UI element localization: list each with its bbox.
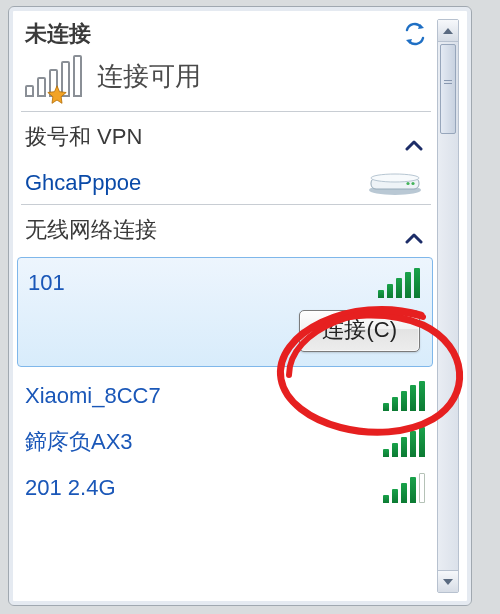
main-panel: 未连接 连接可用 <box>15 13 437 599</box>
svg-point-5 <box>371 174 419 182</box>
dial-item-label: GhcaPppoe <box>25 170 141 196</box>
wifi-network-list: 101 连接(C) Xiaomi_8CC7 <box>15 255 437 511</box>
wifi-ssid-label: 101 <box>28 270 65 296</box>
wifi-item-201-2-4g[interactable]: 201 2.4G <box>15 465 437 511</box>
wifi-signal-icon <box>383 381 423 411</box>
signal-available-icon <box>25 55 83 97</box>
wifi-signal-icon <box>383 427 423 457</box>
wifi-item-101[interactable]: 101 连接(C) <box>17 257 433 367</box>
chevron-up-icon <box>405 224 423 236</box>
section-title-wifi: 无线网络连接 <box>25 215 157 245</box>
vertical-scrollbar[interactable] <box>437 19 459 593</box>
wifi-signal-icon <box>378 268 418 298</box>
wifi-item-xiaomi-8cc7[interactable]: Xiaomi_8CC7 <box>15 373 437 419</box>
section-title-dial-vpn: 拨号和 VPN <box>25 122 142 152</box>
chevron-up-icon <box>405 131 423 143</box>
scroll-thumb[interactable] <box>440 44 456 134</box>
refresh-icon[interactable] <box>403 22 427 46</box>
svg-point-6 <box>411 182 414 185</box>
wifi-ssid-label: Xiaomi_8CC7 <box>25 383 161 409</box>
wifi-ssid-label: 鍗庝负AX3 <box>25 427 133 457</box>
section-header-dial-vpn[interactable]: 拨号和 VPN <box>15 112 437 162</box>
scroll-down-button[interactable] <box>438 570 458 592</box>
network-flyout-window: 未连接 连接可用 <box>8 6 472 606</box>
dial-item-ghcapppoe[interactable]: GhcaPppoe <box>15 162 437 204</box>
dialup-modem-icon <box>367 170 423 196</box>
wifi-signal-icon <box>383 473 423 503</box>
content-area: 未连接 连接可用 <box>15 13 465 599</box>
scroll-up-button[interactable] <box>438 20 458 42</box>
connect-button[interactable]: 连接(C) <box>299 310 420 352</box>
svg-point-7 <box>406 182 409 185</box>
header-row: 未连接 <box>15 13 437 51</box>
svg-marker-2 <box>48 86 66 104</box>
wifi-ssid-label: 201 2.4G <box>25 475 116 501</box>
availability-label: 连接可用 <box>97 59 201 94</box>
connection-status-text: 未连接 <box>25 19 91 49</box>
availability-row: 连接可用 <box>15 51 437 111</box>
section-header-wifi[interactable]: 无线网络连接 <box>15 205 437 255</box>
wifi-item-ax3[interactable]: 鍗庝负AX3 <box>15 419 437 465</box>
